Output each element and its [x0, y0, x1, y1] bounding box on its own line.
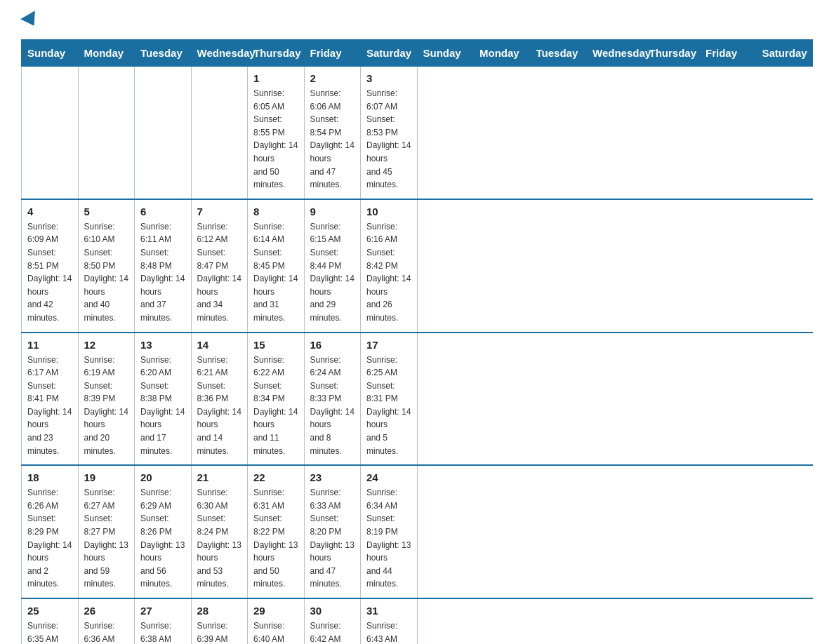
day-of-week-header: Saturday [756, 40, 813, 67]
day-number: 5 [84, 206, 129, 217]
day-number: 20 [140, 471, 185, 483]
day-info: Sunrise: 6:27 AMSunset: 8:27 PMDaylight:… [84, 486, 129, 591]
day-info: Sunrise: 6:36 AMSunset: 8:15 PMDaylight:… [84, 619, 129, 644]
day-info: Sunrise: 6:42 AMSunset: 8:07 PMDaylight:… [310, 619, 355, 644]
calendar-day-cell: 30Sunrise: 6:42 AMSunset: 8:07 PMDayligh… [304, 598, 361, 644]
day-number: 21 [197, 471, 242, 483]
day-info: Sunrise: 6:22 AMSunset: 8:34 PMDaylight:… [253, 354, 298, 458]
calendar-day-cell: 13Sunrise: 6:20 AMSunset: 8:38 PMDayligh… [135, 333, 192, 466]
day-info: Sunrise: 6:16 AMSunset: 8:42 PMDaylight:… [366, 220, 411, 325]
day-info: Sunrise: 6:31 AMSunset: 8:22 PMDaylight:… [253, 486, 298, 591]
calendar-day-cell: 16Sunrise: 6:24 AMSunset: 8:33 PMDayligh… [304, 333, 361, 466]
day-number: 19 [84, 471, 129, 483]
calendar-day-cell: 6Sunrise: 6:11 AMSunset: 8:48 PMDaylight… [135, 199, 192, 333]
calendar-week-row: 11Sunrise: 6:17 AMSunset: 8:41 PMDayligh… [22, 333, 813, 466]
day-number: 31 [366, 605, 411, 617]
calendar-day-cell: 29Sunrise: 6:40 AMSunset: 8:09 PMDayligh… [248, 598, 305, 644]
day-info: Sunrise: 6:12 AMSunset: 8:47 PMDaylight:… [197, 220, 242, 325]
day-info: Sunrise: 6:35 AMSunset: 8:17 PMDaylight:… [27, 619, 72, 644]
day-info: Sunrise: 6:20 AMSunset: 8:38 PMDaylight:… [140, 354, 185, 458]
calendar-day-cell: 25Sunrise: 6:35 AMSunset: 8:17 PMDayligh… [22, 598, 79, 644]
calendar-week-row: 18Sunrise: 6:26 AMSunset: 8:29 PMDayligh… [22, 465, 813, 598]
day-number: 16 [310, 339, 355, 351]
day-number: 14 [197, 339, 242, 351]
day-info: Sunrise: 6:17 AMSunset: 8:41 PMDaylight:… [27, 354, 72, 458]
day-number: 8 [253, 206, 298, 217]
calendar-day-cell: 27Sunrise: 6:38 AMSunset: 8:13 PMDayligh… [135, 598, 192, 644]
day-of-week-header: Monday [78, 40, 135, 67]
day-number: 6 [140, 206, 185, 217]
calendar-day-cell: 3Sunrise: 6:07 AMSunset: 8:53 PMDaylight… [361, 67, 418, 199]
calendar-day-cell: 1Sunrise: 6:05 AMSunset: 8:55 PMDaylight… [248, 67, 305, 199]
calendar-day-cell [135, 67, 192, 199]
day-of-week-header: Sunday [22, 40, 79, 67]
calendar-day-cell: 18Sunrise: 6:26 AMSunset: 8:29 PMDayligh… [22, 465, 79, 598]
day-info: Sunrise: 6:34 AMSunset: 8:19 PMDaylight:… [366, 486, 411, 591]
day-number: 13 [140, 339, 185, 351]
day-info: Sunrise: 6:06 AMSunset: 8:54 PMDaylight:… [310, 87, 355, 192]
day-number: 7 [197, 206, 242, 217]
calendar-day-cell: 15Sunrise: 6:22 AMSunset: 8:34 PMDayligh… [248, 333, 305, 466]
day-number: 25 [27, 605, 72, 617]
calendar-day-cell: 21Sunrise: 6:30 AMSunset: 8:24 PMDayligh… [191, 465, 248, 598]
day-info: Sunrise: 6:07 AMSunset: 8:53 PMDaylight:… [366, 87, 411, 192]
calendar-day-cell: 9Sunrise: 6:15 AMSunset: 8:44 PMDaylight… [304, 199, 361, 333]
calendar-day-cell [22, 67, 79, 199]
logo-arrow-icon [20, 11, 41, 30]
calendar-day-cell: 2Sunrise: 6:06 AMSunset: 8:54 PMDaylight… [304, 67, 361, 199]
day-of-week-header: Tuesday [135, 40, 192, 67]
day-of-week-header: Thursday [643, 40, 700, 67]
calendar-day-cell: 5Sunrise: 6:10 AMSunset: 8:50 PMDaylight… [78, 199, 135, 333]
day-of-week-header: Monday [474, 40, 531, 67]
day-of-week-header: Saturday [361, 40, 418, 67]
calendar-header-row: SundayMondayTuesdayWednesdayThursdayFrid… [22, 40, 813, 67]
day-number: 18 [27, 471, 72, 483]
logo [21, 14, 41, 27]
day-info: Sunrise: 6:09 AMSunset: 8:51 PMDaylight:… [27, 220, 72, 325]
day-number: 1 [253, 72, 298, 84]
day-info: Sunrise: 6:21 AMSunset: 8:36 PMDaylight:… [197, 354, 242, 458]
page-header [21, 14, 813, 27]
calendar-day-cell: 28Sunrise: 6:39 AMSunset: 8:11 PMDayligh… [191, 598, 248, 644]
day-info: Sunrise: 6:11 AMSunset: 8:48 PMDaylight:… [140, 220, 185, 325]
day-number: 3 [366, 72, 411, 84]
calendar-day-cell: 10Sunrise: 6:16 AMSunset: 8:42 PMDayligh… [361, 199, 418, 333]
day-info: Sunrise: 6:43 AMSunset: 8:06 PMDaylight:… [366, 619, 411, 644]
day-number: 22 [253, 471, 298, 483]
day-number: 10 [366, 206, 411, 217]
day-number: 15 [253, 339, 298, 351]
calendar-day-cell: 19Sunrise: 6:27 AMSunset: 8:27 PMDayligh… [78, 465, 135, 598]
day-number: 2 [310, 72, 355, 84]
day-of-week-header: Wednesday [191, 40, 248, 67]
day-info: Sunrise: 6:40 AMSunset: 8:09 PMDaylight:… [253, 619, 298, 644]
day-number: 26 [84, 605, 129, 617]
calendar-day-cell: 24Sunrise: 6:34 AMSunset: 8:19 PMDayligh… [361, 465, 418, 598]
calendar-table: SundayMondayTuesdayWednesdayThursdayFrid… [21, 39, 813, 644]
calendar-day-cell: 20Sunrise: 6:29 AMSunset: 8:26 PMDayligh… [135, 465, 192, 598]
calendar-week-row: 4Sunrise: 6:09 AMSunset: 8:51 PMDaylight… [22, 199, 813, 333]
calendar-day-cell: 11Sunrise: 6:17 AMSunset: 8:41 PMDayligh… [22, 333, 79, 466]
day-number: 24 [366, 471, 411, 483]
day-info: Sunrise: 6:14 AMSunset: 8:45 PMDaylight:… [253, 220, 298, 325]
calendar-day-cell: 31Sunrise: 6:43 AMSunset: 8:06 PMDayligh… [361, 598, 418, 644]
day-number: 29 [253, 605, 298, 617]
calendar-day-cell: 26Sunrise: 6:36 AMSunset: 8:15 PMDayligh… [78, 598, 135, 644]
calendar-day-cell: 23Sunrise: 6:33 AMSunset: 8:20 PMDayligh… [304, 465, 361, 598]
day-of-week-header: Sunday [417, 40, 474, 67]
day-info: Sunrise: 6:19 AMSunset: 8:39 PMDaylight:… [84, 354, 129, 458]
day-number: 11 [27, 339, 72, 351]
calendar-day-cell: 4Sunrise: 6:09 AMSunset: 8:51 PMDaylight… [22, 199, 79, 333]
day-info: Sunrise: 6:24 AMSunset: 8:33 PMDaylight:… [310, 354, 355, 458]
day-of-week-header: Friday [304, 40, 361, 67]
day-number: 4 [27, 206, 72, 217]
day-info: Sunrise: 6:05 AMSunset: 8:55 PMDaylight:… [253, 87, 298, 192]
calendar-day-cell: 14Sunrise: 6:21 AMSunset: 8:36 PMDayligh… [191, 333, 248, 466]
day-number: 12 [84, 339, 129, 351]
day-of-week-header: Thursday [248, 40, 305, 67]
calendar-day-cell [191, 67, 248, 199]
calendar-day-cell: 8Sunrise: 6:14 AMSunset: 8:45 PMDaylight… [248, 199, 305, 333]
calendar-day-cell: 22Sunrise: 6:31 AMSunset: 8:22 PMDayligh… [248, 465, 305, 598]
day-number: 27 [140, 605, 185, 617]
day-of-week-header: Wednesday [587, 40, 644, 67]
day-info: Sunrise: 6:33 AMSunset: 8:20 PMDaylight:… [310, 486, 355, 591]
